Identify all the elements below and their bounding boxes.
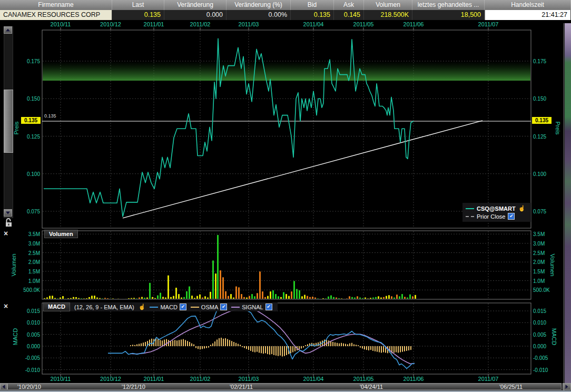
macd-axis-tick-left: -0.005 — [19, 355, 40, 361]
osma-checkbox[interactable]: ✔ — [220, 303, 227, 310]
time-axis-month-top: 2011/06 — [403, 21, 424, 27]
current-price-tag-right: 0.135 — [532, 117, 552, 124]
macd-legend-label: MACD — [160, 304, 177, 310]
signal-checkbox[interactable]: ✔ — [265, 303, 272, 310]
osma-legend-item: OSMA ✔ — [191, 303, 227, 310]
time-axis-month-top: 2011/05 — [353, 21, 374, 27]
prior-close-label: Prior Close — [477, 213, 505, 220]
macd-axis-tick-left: 0.000 — [19, 344, 40, 349]
macd-axis-tick-right: -0.005 — [533, 355, 548, 361]
bid-cell: 0.135 — [291, 10, 334, 20]
macd-line-swatch — [150, 307, 158, 308]
drag-hand-icon[interactable]: ☝ — [139, 304, 146, 310]
horizontal-scrollbar-thumb[interactable]: '10/20/10'12/21/10'02/21/11'04/24/11'06/… — [7, 383, 562, 390]
quote-value-row[interactable]: CANAMEX RESOURCES CORP 0.135 0.000 0.00%… — [0, 10, 571, 20]
time-axis-month-bottom: 2011/03 — [239, 376, 259, 382]
volume-axis-tick-right: 1.0M — [533, 278, 545, 283]
last-traded-cell: 18,500 — [412, 10, 485, 20]
time-axis-month-top: 2011/03 — [239, 21, 259, 27]
axis-labels-layer: 2010/112010/112010/122010/122011/012011/… — [0, 0, 571, 392]
scroll-left-button[interactable] — [0, 383, 7, 390]
price-axis-tick-left: 0.150 — [19, 96, 40, 102]
scrollbar-date-label: '12/21/10 — [122, 384, 145, 390]
macd-pane-header: MACD (12, 26, 9 - EMA, EMA) ☝ MACD ✔ OSM… — [43, 302, 278, 311]
macd-checkbox[interactable]: ✔ — [180, 303, 186, 310]
time-axis-month-bottom: 2010/11 — [51, 376, 71, 382]
drag-hand-icon[interactable]: ☝ — [518, 205, 526, 211]
time-axis-month-bottom: 2011/04 — [303, 376, 324, 382]
price-axis-tick-left: 0.075 — [19, 209, 40, 214]
volume-axis-title-left: Volumen — [11, 254, 17, 277]
time-axis-month-top: 2011/01 — [144, 21, 164, 27]
prior-close-swatch — [466, 216, 474, 217]
volume-axis-tick-right: 3.5M — [533, 231, 545, 237]
signal-legend-item: SIGNAL ✔ — [231, 303, 272, 310]
time-axis-month-top: 2011/07 — [478, 21, 499, 27]
right-arrow-icon — [566, 385, 568, 389]
col-header-bid: Bid — [291, 0, 334, 10]
volume-axis-tick-right: 3.0M — [533, 240, 545, 246]
macd-axis-tick-left: -0.010 — [19, 367, 40, 373]
trade-time-cell: 21:41:27 — [485, 10, 571, 20]
col-header-last-traded: letztes gehandeltes ... — [412, 0, 485, 10]
col-header-volume: Volumen — [364, 0, 412, 10]
quote-header-row: Firmenname Last Veränderung Veränderung … — [0, 0, 571, 10]
time-axis-month-bottom: 2011/06 — [403, 376, 424, 382]
scroll-up-button[interactable] — [4, 26, 12, 34]
scrollbar-date-label: '06/25/11 — [499, 384, 523, 390]
macd-axis-tick-right: 0.015 — [533, 308, 546, 314]
scroll-down-button[interactable] — [4, 209, 12, 217]
volume-axis-title-right: Volumen — [549, 254, 556, 277]
signal-line-swatch — [231, 307, 240, 308]
close-macd-pane-button[interactable]: × — [2, 302, 9, 310]
time-axis-month-top: 2011/04 — [303, 21, 324, 27]
left-arrow-icon — [3, 385, 5, 389]
last-price-cell: 0.135 — [112, 10, 164, 20]
series-legend-label: CSQ@SMART — [477, 205, 516, 212]
price-axis-tick-right: 0.125 — [533, 133, 546, 139]
chart-overview-strip[interactable] — [565, 23, 571, 383]
macd-axis-tick-right: 0.000 — [533, 344, 546, 349]
price-axis-tick-right: 0.150 — [533, 96, 546, 102]
volume-axis-tick-left: 2.5M — [16, 250, 40, 256]
time-axis-month-bottom: 2011/05 — [353, 376, 374, 382]
volume-axis-tick-left: 2.0M — [16, 259, 40, 265]
series-legend-row: CSQ@SMART ☝ — [466, 204, 528, 212]
prior-close-checkbox[interactable]: ✔ — [508, 213, 515, 220]
macd-pane-title[interactable]: MACD — [43, 302, 70, 311]
macd-axis-tick-right: -0.010 — [533, 367, 548, 373]
close-volume-pane-button[interactable]: × — [2, 230, 9, 237]
macd-params: (12, 26, 9 - EMA, EMA) — [74, 304, 134, 310]
volume-axis-tick-right: 2.5M — [533, 250, 545, 256]
col-header-change: Veränderung — [164, 0, 227, 10]
time-axis-month-top: 2011/02 — [190, 21, 211, 27]
col-header-change-pct: Veränderung (%) — [227, 0, 291, 10]
change-cell: 0.000 — [164, 10, 227, 20]
vertical-scrollbar-thumb[interactable] — [4, 90, 13, 153]
unlock-icon[interactable] — [5, 218, 13, 230]
volume-axis-tick-left: 3.0M — [16, 240, 40, 246]
time-axis-month-bottom: 2011/07 — [478, 376, 499, 382]
macd-legend-item: MACD ✔ — [150, 303, 186, 310]
prior-close-legend-row: Prior Close ✔ — [466, 212, 528, 220]
volume-axis-tick-left: 1.5M — [16, 268, 40, 274]
horizontal-scrollbar[interactable]: '10/20/10'12/21/10'02/21/11'04/24/11'06/… — [0, 383, 571, 390]
time-axis-month-top: 2010/12 — [100, 21, 121, 27]
time-axis-month-bottom: 2011/02 — [190, 376, 211, 382]
down-arrow-icon — [6, 212, 10, 214]
col-header-firmenname: Firmenname — [0, 0, 112, 10]
chart-canvas[interactable] — [0, 0, 571, 392]
macd-axis-title-left: MACD — [12, 328, 18, 345]
price-line-label: 0.135 — [44, 113, 56, 119]
scrollbar-date-label: '02/21/11 — [230, 384, 253, 390]
price-axis-tick-right: 0.100 — [533, 171, 546, 177]
volume-cell: 218.500K — [364, 10, 412, 20]
ask-cell: 0.145 — [334, 10, 364, 20]
change-pct-cell: 0.00% — [227, 10, 291, 20]
company-name-cell[interactable]: CANAMEX RESOURCES CORP — [0, 10, 112, 20]
price-axis-tick-right: 0.175 — [533, 58, 546, 64]
price-axis-title-left: Preis — [13, 121, 19, 134]
price-axis-tick-left: 0.100 — [19, 171, 40, 177]
volume-axis-tick-left: 1.0M — [16, 278, 40, 283]
volume-pane-title[interactable]: Volumen — [44, 230, 78, 238]
